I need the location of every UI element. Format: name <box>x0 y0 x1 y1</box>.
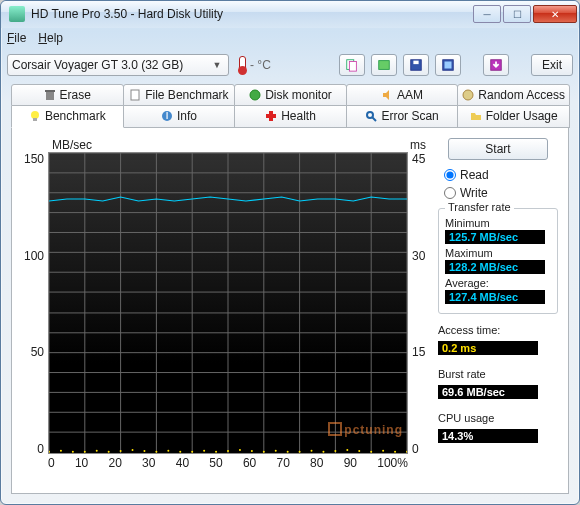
svg-rect-2 <box>379 60 390 69</box>
temperature-readout: - °C <box>239 56 271 74</box>
svg-point-77 <box>406 451 407 453</box>
menu-file[interactable]: File <box>7 31 26 45</box>
save-screenshot-button[interactable] <box>403 54 429 76</box>
y-ticks-right: 45 30 15 0 <box>408 152 430 470</box>
tab-info[interactable]: iInfo <box>123 106 236 128</box>
y-axis-right-label: ms <box>410 138 426 152</box>
tab-file-benchmark[interactable]: File Benchmark <box>123 84 236 106</box>
exit-button[interactable]: Exit <box>531 54 573 76</box>
svg-point-47 <box>49 451 50 453</box>
svg-point-61 <box>215 451 217 453</box>
save-results-button[interactable] <box>483 54 509 76</box>
maximize-button[interactable]: ☐ <box>503 5 531 23</box>
trash-icon <box>44 89 56 101</box>
app-icon <box>9 6 25 22</box>
benchmark-panel: MB/sec ms 150 100 50 0 <box>11 128 569 494</box>
drive-select-label: Corsair Voyager GT 3.0 (32 GB) <box>12 58 210 72</box>
svg-point-71 <box>334 450 336 452</box>
svg-point-65 <box>263 451 265 453</box>
max-label: Maximum <box>445 247 551 259</box>
svg-point-72 <box>346 449 348 451</box>
svg-rect-10 <box>131 90 139 100</box>
svg-point-51 <box>96 450 98 452</box>
search-icon <box>365 110 377 122</box>
svg-point-70 <box>322 451 324 453</box>
svg-point-69 <box>311 450 313 452</box>
mode-write-radio[interactable]: Write <box>438 186 558 200</box>
transfer-legend: Transfer rate <box>445 201 514 213</box>
tab-error-scan[interactable]: Error Scan <box>346 106 459 128</box>
copy-screenshot-button[interactable] <box>371 54 397 76</box>
access-label: Access time: <box>438 324 558 336</box>
svg-point-52 <box>108 451 110 453</box>
svg-point-73 <box>358 450 360 452</box>
x-ticks: 01020 304050 607080 90100% <box>48 454 408 470</box>
health-icon <box>265 110 277 122</box>
tab-health[interactable]: Health <box>234 106 347 128</box>
tab-random-access[interactable]: Random Access <box>457 84 570 106</box>
svg-point-11 <box>250 90 260 100</box>
tab-folder-usage[interactable]: Folder Usage <box>457 106 570 128</box>
cpu-value: 14.3% <box>438 429 538 443</box>
tab-disk-monitor[interactable]: Disk monitor <box>234 84 347 106</box>
window-title: HD Tune Pro 3.50 - Hard Disk Utility <box>31 7 471 21</box>
svg-rect-8 <box>46 92 54 100</box>
chevron-down-icon: ▼ <box>210 60 224 70</box>
max-value: 128.2 MB/sec <box>445 260 545 274</box>
menubar: File Help <box>1 28 579 47</box>
cpu-label: CPU usage <box>438 412 558 424</box>
svg-point-49 <box>72 451 74 453</box>
svg-rect-18 <box>266 114 276 118</box>
burst-value: 69.6 MB/sec <box>438 385 538 399</box>
svg-point-62 <box>227 450 229 452</box>
bulb-icon <box>29 110 41 122</box>
y-axis-left-label: MB/sec <box>52 138 92 152</box>
svg-point-66 <box>275 450 277 452</box>
svg-point-55 <box>143 450 145 452</box>
svg-rect-14 <box>33 118 37 121</box>
minimize-button[interactable]: ─ <box>473 5 501 23</box>
close-button[interactable]: ✕ <box>533 5 577 23</box>
svg-point-68 <box>299 451 301 453</box>
chart-column: MB/sec ms 150 100 50 0 <box>22 138 430 485</box>
y-ticks-left: 150 100 50 0 <box>22 152 48 470</box>
drive-select[interactable]: Corsair Voyager GT 3.0 (32 GB) ▼ <box>7 54 229 76</box>
mode-read-radio[interactable]: Read <box>438 168 558 182</box>
copy-info-button[interactable] <box>339 54 365 76</box>
svg-rect-1 <box>349 61 356 71</box>
tab-aam[interactable]: AAM <box>346 84 459 106</box>
toolbar: Corsair Voyager GT 3.0 (32 GB) ▼ - °C Ex… <box>7 49 573 80</box>
svg-point-63 <box>239 449 241 451</box>
file-icon <box>129 89 141 101</box>
svg-point-58 <box>179 451 181 453</box>
svg-point-56 <box>155 451 157 453</box>
min-value: 125.7 MB/sec <box>445 230 545 244</box>
burst-label: Burst rate <box>438 368 558 380</box>
temperature-value: - °C <box>250 58 271 72</box>
svg-point-50 <box>84 451 86 453</box>
start-button[interactable]: Start <box>448 138 548 160</box>
titlebar[interactable]: HD Tune Pro 3.50 - Hard Disk Utility ─ ☐… <box>1 1 579 28</box>
svg-point-59 <box>191 451 193 453</box>
svg-point-48 <box>60 450 62 452</box>
app-window: HD Tune Pro 3.50 - Hard Disk Utility ─ ☐… <box>0 0 580 505</box>
thermometer-icon <box>239 56 246 74</box>
svg-point-57 <box>167 450 169 452</box>
svg-text:i: i <box>166 110 169 122</box>
tab-benchmark[interactable]: Benchmark <box>11 106 124 128</box>
svg-point-60 <box>203 450 205 452</box>
monitor-icon <box>249 89 261 101</box>
options-button[interactable] <box>435 54 461 76</box>
tab-erase[interactable]: Erase <box>11 84 124 106</box>
stats-column: Start Read Write Transfer rate Minimum 1… <box>438 138 558 485</box>
info-icon: i <box>161 110 173 122</box>
folder-icon <box>470 110 482 122</box>
svg-point-64 <box>251 450 253 452</box>
menu-help[interactable]: Help <box>38 31 63 45</box>
svg-point-13 <box>31 111 39 119</box>
avg-value: 127.4 MB/sec <box>445 290 545 304</box>
svg-point-75 <box>382 450 384 452</box>
svg-point-53 <box>120 450 122 452</box>
benchmark-chart: pctuning <box>48 152 408 454</box>
tab-strip: Erase File Benchmark Disk monitor AAM Ra… <box>11 84 569 128</box>
